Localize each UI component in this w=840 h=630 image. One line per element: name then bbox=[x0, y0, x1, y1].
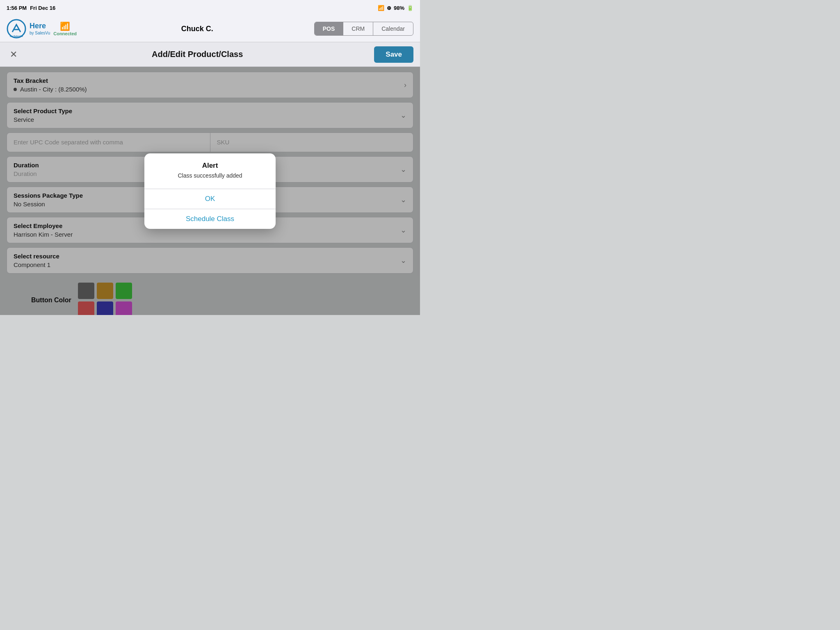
connected-label: Connected bbox=[53, 31, 77, 36]
save-button[interactable]: Save bbox=[374, 46, 413, 63]
page-title-bar: ✕ Add/Edit Product/Class Save bbox=[0, 42, 420, 67]
modal-ok-button[interactable]: OK bbox=[144, 189, 276, 209]
tab-crm[interactable]: CRM bbox=[343, 22, 373, 35]
nav-tabs: POS CRM Calendar bbox=[314, 22, 413, 36]
wifi-icon: 📶 bbox=[60, 21, 70, 31]
status-icons: 📶 ⊕ 98% 🔋 bbox=[378, 5, 413, 11]
tab-calendar[interactable]: Calendar bbox=[373, 22, 413, 35]
modal-message: Class successfully added bbox=[153, 172, 267, 179]
logo-area: by SalesVu Here by SalesVu 📶 Connected bbox=[7, 19, 80, 39]
close-button[interactable]: ✕ bbox=[7, 48, 21, 61]
main-content: Tax Bracket Austin - City : (8.2500%) › … bbox=[0, 67, 420, 315]
modal-actions: OK Schedule Class bbox=[144, 189, 276, 229]
battery-icon: 🔋 bbox=[407, 5, 413, 11]
connection-status: 📶 Connected bbox=[53, 21, 77, 36]
header-bar: by SalesVu Here by SalesVu 📶 Connected C… bbox=[0, 16, 420, 42]
tab-pos[interactable]: POS bbox=[315, 22, 344, 35]
time-display: 1:56 PM bbox=[7, 5, 27, 11]
status-time-date: 1:56 PM Fri Dec 16 bbox=[7, 5, 55, 11]
wifi-status-icon: 📶 bbox=[378, 5, 384, 11]
status-bar: 1:56 PM Fri Dec 16 📶 ⊕ 98% 🔋 bbox=[0, 0, 420, 16]
location-icon: ⊕ bbox=[387, 5, 391, 11]
alert-modal: Alert Class successfully added OK Schedu… bbox=[144, 153, 276, 229]
battery-display: 98% bbox=[394, 5, 404, 11]
app-logo: by SalesVu bbox=[7, 19, 26, 39]
modal-title: Alert bbox=[153, 162, 267, 170]
date-display: Fri Dec 16 bbox=[30, 5, 55, 11]
svg-text:by SalesVu: by SalesVu bbox=[10, 35, 23, 37]
page-title: Add/Edit Product/Class bbox=[21, 50, 374, 59]
app-name: Here bbox=[30, 22, 50, 31]
user-name-display: Chuck C. bbox=[80, 25, 314, 33]
app-subtitle: by SalesVu bbox=[30, 31, 50, 36]
modal-overlay: Alert Class successfully added OK Schedu… bbox=[0, 67, 420, 315]
modal-schedule-class-button[interactable]: Schedule Class bbox=[144, 209, 276, 229]
modal-header: Alert Class successfully added bbox=[144, 153, 276, 182]
